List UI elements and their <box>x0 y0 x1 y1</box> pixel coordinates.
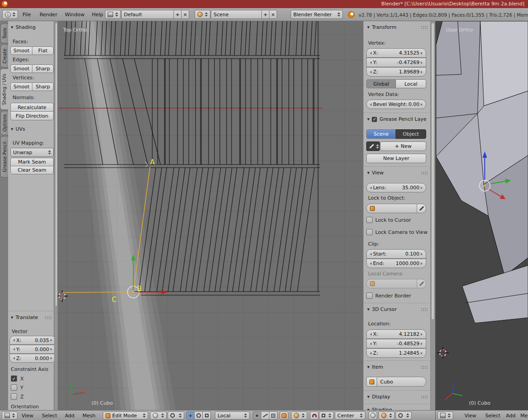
unwrap-dropdown[interactable]: Unwrap <box>10 148 54 157</box>
menu-mesh-truncated[interactable]: Me <box>520 413 528 419</box>
scene-add-button[interactable]: + <box>261 10 269 19</box>
grease-object-tab[interactable]: Object <box>396 129 426 139</box>
tab-grease-pencil[interactable]: Grease Pencil <box>0 136 8 178</box>
menu-add[interactable]: Add <box>65 413 74 419</box>
screen-layout-name-field[interactable]: Default <box>121 10 174 19</box>
screen-layout-browse-button[interactable] <box>105 10 121 19</box>
menu-select[interactable]: Select <box>485 413 501 419</box>
manipulator-scale-button[interactable] <box>202 411 211 420</box>
clip-start-field[interactable]: Start: 0.100 <box>366 249 426 259</box>
edges-sharp-button[interactable]: Sharp <box>32 64 54 73</box>
constraint-x-checkbox[interactable]: ✓ <box>11 375 17 382</box>
lens-field[interactable]: Lens: 35.000 <box>366 183 426 192</box>
editor-type-selector[interactable] <box>2 411 18 420</box>
grease-new-button[interactable]: + New <box>380 142 426 151</box>
toolshelf-scrollbar[interactable] <box>54 21 58 410</box>
grease-data-dropdown[interactable] <box>366 142 380 151</box>
panel-drag-dots[interactable] <box>421 26 428 29</box>
render-engine-selector[interactable]: Blender Render <box>291 10 343 19</box>
cursor-x-field[interactable]: X: 4.12182 <box>366 329 426 339</box>
panel-header-uvs[interactable]: ▼ UVs <box>11 126 25 132</box>
local-toggle-button[interactable]: Local <box>396 79 426 88</box>
clip-end-field[interactable]: End: 1000.000 <box>366 259 426 268</box>
menu-add[interactable]: Add <box>506 413 515 419</box>
menu-render[interactable]: Render <box>40 12 57 18</box>
grease-pencil-checkbox[interactable]: ✓ <box>372 117 377 122</box>
snap-toggle-button[interactable] <box>310 411 319 420</box>
panel-drag-dots[interactable] <box>421 171 428 175</box>
cursor-z-field[interactable]: Z: 1.24845 <box>366 348 426 358</box>
lock-to-cursor-checkbox[interactable] <box>366 217 373 223</box>
manipulator-translate-button[interactable]: + <box>186 411 195 420</box>
select-mode-edge-button[interactable] <box>261 411 269 420</box>
constraint-y-checkbox[interactable] <box>11 384 17 391</box>
lock-object-field[interactable] <box>366 204 417 213</box>
panel-header-shading[interactable]: ▼ Shading <box>11 24 36 30</box>
panel-drag-dots[interactable] <box>421 308 428 311</box>
tab-shading-uvs[interactable]: Shading / UVs <box>0 68 8 110</box>
mark-seam-button[interactable]: Mark Seam <box>10 158 54 166</box>
faces-smooth-button[interactable]: Smoot <box>10 46 32 55</box>
menu-file[interactable]: File <box>23 12 31 18</box>
vertices-smooth-button[interactable]: Smoot <box>10 82 32 91</box>
panel-header-shading-2[interactable]: ▼ Shading <box>367 407 392 410</box>
editor-type-selector[interactable] <box>437 411 453 420</box>
panel-header-3d-cursor[interactable]: ▼ 3D Cursor <box>367 306 397 312</box>
select-mode-face-button[interactable] <box>269 411 278 420</box>
screen-layout-add-button[interactable]: + <box>173 10 182 19</box>
panel-header-translate[interactable]: ▼ Translate <box>11 315 38 320</box>
menu-window[interactable]: Window <box>65 12 84 18</box>
menu-select[interactable]: Select <box>42 413 57 419</box>
panel-drag-dots[interactable] <box>421 395 428 399</box>
tab-tools[interactable]: Tools <box>0 23 8 43</box>
vertex-x-field[interactable]: X: 4.31525 <box>366 48 426 58</box>
tab-options[interactable]: Options <box>0 111 8 135</box>
snap-element-dropdown[interactable] <box>319 411 334 420</box>
scene-browse-button[interactable] <box>195 10 210 19</box>
vertices-sharp-button[interactable]: Sharp <box>32 82 54 91</box>
n-panel-scrollbar[interactable] <box>430 21 435 410</box>
panel-header-transform[interactable]: ▼ Transform <box>367 24 396 30</box>
scene-delete-button[interactable]: × <box>269 10 277 19</box>
translate-z-field[interactable]: Z: 0.000 <box>9 354 56 363</box>
screen-layout-delete-button[interactable]: × <box>181 10 189 19</box>
constraint-z-checkbox[interactable] <box>11 393 17 400</box>
opengl-render-button[interactable] <box>369 411 377 420</box>
render-border-checkbox[interactable] <box>366 292 373 299</box>
faces-flat-button[interactable]: Flat <box>32 46 54 55</box>
editor-type-selector[interactable]: i <box>2 10 18 19</box>
n-panel-scrollbar-thumb[interactable] <box>431 23 435 320</box>
grease-scene-tab[interactable]: Scene <box>366 129 396 139</box>
recalculate-button[interactable]: Recalculate <box>10 103 54 112</box>
lock-camera-checkbox[interactable] <box>366 229 373 235</box>
menu-mesh[interactable]: Mesh <box>82 413 96 419</box>
bevel-weight-field[interactable]: Bevel Weight: 0.00 <box>366 100 426 109</box>
item-name-field[interactable]: Cubo <box>377 377 426 387</box>
new-layer-button[interactable]: New Layer <box>366 154 426 163</box>
panel-drag-dots[interactable] <box>45 316 51 320</box>
cursor-y-field[interactable]: Y: -0.48529 <box>366 339 426 348</box>
viewport-shading-dropdown[interactable] <box>150 411 167 420</box>
panel-drag-dots[interactable] <box>421 365 428 369</box>
vertex-z-field[interactable]: Z: 1.89689 <box>366 67 426 77</box>
snap-target-dropdown[interactable]: Center <box>335 411 365 420</box>
panel-header-display[interactable]: ▼ Display <box>367 394 390 400</box>
vertex-y-field[interactable]: Y: -0.47269 <box>366 58 426 67</box>
secondary-viewport-3d[interactable] <box>436 21 528 410</box>
global-toggle-button[interactable]: Global <box>366 79 396 88</box>
mode-dropdown[interactable]: Edit Mode <box>103 411 148 420</box>
translate-y-field[interactable]: Y: 0.000 <box>9 345 56 354</box>
menu-view[interactable]: View <box>464 413 476 419</box>
proportional-edit-dropdown[interactable] <box>396 411 412 420</box>
tab-create[interactable]: Create <box>0 44 8 68</box>
flip-direction-button[interactable]: Flip Direction <box>10 111 54 120</box>
local-camera-eyedropper-button[interactable] <box>417 279 426 288</box>
eyedropper-button[interactable] <box>417 204 426 213</box>
pivot-point-dropdown[interactable] <box>168 411 184 420</box>
panel-header-item[interactable]: ▼ Item <box>367 364 383 370</box>
item-object-icon-button[interactable] <box>366 377 377 387</box>
local-camera-field[interactable] <box>366 279 417 288</box>
scene-name-field[interactable]: Scene <box>211 10 262 19</box>
translate-x-field[interactable]: X: 0.035 <box>9 336 56 345</box>
clear-seam-button[interactable]: Clear Seam <box>10 166 54 174</box>
